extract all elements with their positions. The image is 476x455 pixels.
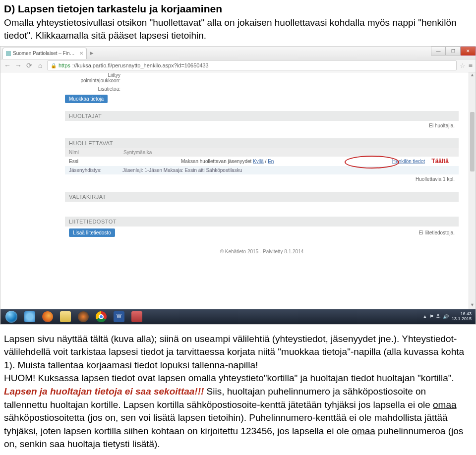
taskbar-word[interactable]: W [111, 310, 127, 323]
lisaa-liitetiedosto-button[interactable]: Lisää liitetiedosto [69, 228, 115, 237]
ie-icon [24, 311, 35, 322]
url-field[interactable]: 🔒 https://kuksa.partio.fi/perusnaytto_he… [47, 60, 457, 70]
tray-network-icon[interactable]: 🖧 [436, 314, 441, 319]
annotation-circle [345, 156, 399, 169]
panel-huoltajat: HUOLTAJAT [65, 111, 459, 121]
annotation-label: Täältä [431, 158, 449, 165]
tab-strip: Suomen Partiolaiset – Fin… ✕ ▸ — ❐ ✕ [0, 47, 476, 59]
ei-huoltajia-text: Ei huoltajia. [69, 123, 455, 128]
bookmark-icon[interactable]: ☆ [460, 62, 466, 69]
chrome-icon [96, 311, 107, 322]
reload-icon[interactable]: ⟳ [25, 61, 33, 69]
panel-valtakirjat: VALTAKIRJAT [65, 192, 459, 202]
url-scheme: https [59, 62, 70, 68]
clock-date: 13.1.2015 [452, 317, 472, 322]
word-icon: W [114, 311, 124, 322]
address-bar: ← → ⟳ ⌂ 🔒 https://kuksa.partio.fi/perusn… [0, 59, 476, 72]
col-nimi: Nimi [69, 150, 79, 155]
label-liittyy: Liittyy poimintajoukkoon: [65, 72, 124, 83]
kylla-link[interactable]: Kyllä [253, 159, 264, 164]
jasenyhdistys-row: Jäsenyhdistys: Jäsenlaji: 1-Jäsen Maksaj… [65, 166, 459, 174]
scroll-up-icon[interactable]: ▲ [469, 72, 476, 79]
url-path: ://kuksa.partio.fi/perusnaytto_henkilo.a… [72, 62, 209, 68]
tray-up-icon[interactable]: ▲ [422, 314, 427, 319]
firefox-icon [42, 311, 53, 322]
windows-orb-icon [5, 311, 17, 323]
tray-volume-icon[interactable]: 🔊 [443, 314, 449, 319]
huollettava-name: Essi [69, 159, 119, 164]
tab-title: Suomen Partiolaiset – Fin… [13, 51, 75, 56]
jy-label: Jäsenyhdistys: [69, 168, 119, 173]
home-icon[interactable]: ⌂ [36, 61, 44, 69]
huollettavia-count: Huollettavia 1 kpl. [69, 176, 455, 182]
scroll-down-icon[interactable]: ▼ [469, 302, 476, 309]
snipping-icon [131, 311, 142, 322]
section-heading: D) Lapsen tietojen tarkastelu ja korjaam… [4, 2, 472, 15]
taskbar-chrome[interactable] [93, 310, 110, 323]
panel-liitetiedostot: LIITETIEDOSTOT [65, 217, 459, 227]
huollettavat-columns: Nimi Syntymäaika [65, 148, 459, 157]
taskbar-ie[interactable] [21, 310, 38, 323]
window-close-button[interactable]: ✕ [461, 47, 476, 56]
huollettava-row: Essi Maksan huollettavan jäsenyydet Kyll… [65, 157, 459, 166]
muokkaa-tietoja-button[interactable]: Muokkaa tietoja [65, 95, 108, 103]
panel-huollettavat: HUOLLETTAVAT [65, 138, 459, 148]
vertical-scrollbar[interactable]: ▲ ▼ [469, 72, 476, 309]
en-link[interactable]: En [268, 159, 274, 164]
back-icon[interactable]: ← [3, 61, 11, 69]
col-syntymaaika: Syntymäaika [123, 150, 152, 155]
window-maximize-button[interactable]: ❐ [446, 47, 461, 56]
tray-flag-icon[interactable]: ⚑ [429, 314, 434, 319]
label-lisatietoa: Lisätietoa: [65, 86, 124, 92]
warning-highlight: Lapsen ja huoltajan tietoja ei saa sekoi… [4, 386, 204, 397]
forward-icon[interactable]: → [14, 61, 22, 69]
start-button[interactable] [2, 310, 20, 323]
browser-tab[interactable]: Suomen Partiolaiset – Fin… ✕ [2, 48, 87, 59]
taskbar-mediaplayer[interactable] [75, 310, 92, 323]
intro-para: Omalla yhteystietosivullasi otsikon "huo… [4, 16, 472, 42]
taskbar-clock[interactable]: 16:43 13.1.2015 [452, 312, 474, 322]
taskbar-explorer[interactable] [57, 310, 74, 323]
chrome-menu-icon[interactable]: ≡ [469, 61, 473, 69]
close-tab-icon[interactable]: ✕ [79, 51, 83, 56]
ei-liitetiedostoja-text: Ei liitetiedostoja. [419, 230, 455, 235]
mediaplayer-icon [78, 311, 89, 322]
jy-value: Jäsenlaji: 1-Jäsen Maksaja: Essin äiti S… [122, 168, 242, 173]
favicon-icon [6, 51, 11, 56]
explain-para: Lapsen sivu näyttää tältä (kuva alla); s… [4, 333, 472, 451]
page-viewport: Liittyy poimintajoukkoon: Lisätietoa: Mu… [0, 72, 476, 309]
lock-icon: 🔒 [51, 63, 57, 68]
windows-taskbar: W ▲ ⚑ 🖧 🔊 16:43 13.1.2015 [0, 309, 476, 324]
taskbar-firefox[interactable] [39, 310, 56, 323]
page-footer: © Kehätieto 2015 - Päivitetty 8.1.2014 [65, 249, 459, 254]
window-minimize-button[interactable]: — [431, 47, 446, 56]
folder-icon [60, 311, 71, 322]
new-tab-button[interactable]: ▸ [87, 47, 97, 59]
browser-window: Suomen Partiolaiset – Fin… ✕ ▸ — ❐ ✕ ← →… [0, 46, 476, 325]
taskbar-snip[interactable] [128, 310, 145, 323]
scroll-thumb[interactable] [470, 112, 475, 171]
